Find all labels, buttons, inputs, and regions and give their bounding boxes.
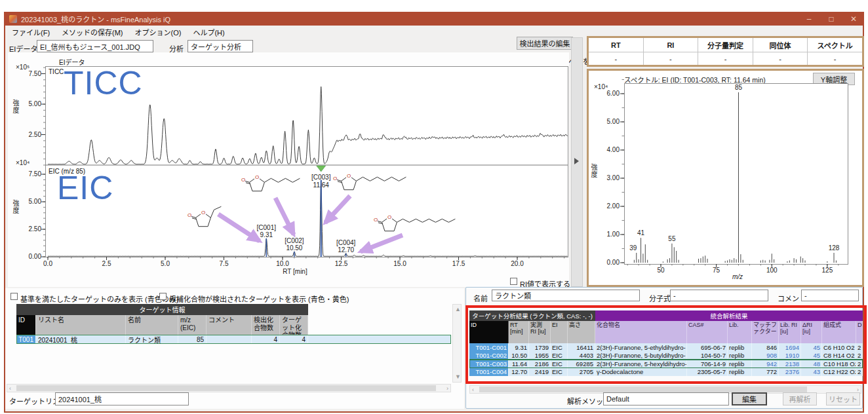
summary-header-0: RT [589,38,644,52]
splitter-collapse-icon[interactable] [574,158,579,164]
close-button[interactable]: ✕ [848,14,859,24]
results-row-T001-C003[interactable]: T001-C00311.642186EIC692852(3H)-Furanone… [469,360,863,368]
analysis-method-input[interactable]: Default [603,392,729,405]
formula-input[interactable]: - [670,290,768,301]
maximize-button[interactable]: □ [826,14,837,24]
menu-item-2[interactable]: オプション(O) [135,27,182,37]
target-info-col-1: リスト名 [36,315,126,335]
target-list-input[interactable]: 20241001_桃 [55,392,189,405]
results-cell: replib [728,368,752,377]
results-cell: 2186 [529,360,551,368]
results-cell: T001-C004 [469,368,509,377]
edit-detection-results-button[interactable]: 検出結果の編集 [517,37,573,50]
results-cell: 1694 [779,343,801,352]
target-info-hscrollbar[interactable]: ‹ › [7,384,451,392]
results-col-4: 高さ [568,321,595,343]
compound-name-input[interactable]: ラクトン類 [492,290,640,301]
results-cell: C8 H14 O2 [822,352,856,360]
results-cell: EIC [551,360,568,368]
x-tick-label: 17.5 [449,260,469,267]
summary-header-row: RTRI分子量判定同位体スペクトル [589,38,862,52]
results-cell: 706-14-9 [687,360,728,368]
reanalyze-button[interactable]: 再解析 [783,392,817,405]
x-tick-label: 10.0 [273,260,292,267]
summary-value-2: - [698,52,753,65]
edit-method-button[interactable]: 編集 [732,392,767,405]
results-col-11: 組成式 [822,321,856,343]
results-row-T001-C004[interactable]: T001-C00412.702419EIC2705γ-Dodecalactone… [469,368,863,377]
filter-candidates-label: 候補化合物が検出されたターゲットを表示 (青色・黄色) [169,293,349,304]
spectrum-x-tick-label: 100 [762,267,781,274]
summary-header-3: 同位体 [753,38,808,52]
target-info-cell-1: 20241001_桃 [36,335,126,344]
show-ri-checkbox[interactable] [510,278,517,285]
menu-item-0[interactable]: ファイル(F) [12,27,50,37]
reset-button[interactable]: リセット [826,392,860,405]
results-row-T001-C002[interactable]: T001-C00210.501955EIC44032(3H)-Furanone,… [469,352,863,360]
menu-item-3[interactable]: ヘルプ(H) [193,27,224,37]
y-tick-label: 7.50 [20,70,41,77]
comment-input[interactable]: - [801,290,859,301]
results-cell: 908 [752,352,779,360]
results-cell: 9.31 [509,343,529,352]
results-cell: EIC [551,368,568,377]
analysis-input[interactable]: ターゲット分析 [187,40,253,52]
results-cell: 942 [752,360,779,368]
filter-blue-only-checkbox[interactable] [10,293,18,300]
results-cell: replib [728,343,752,352]
results-col-7: Lib. [728,321,752,343]
scroll-down-icon[interactable]: ▼ [455,374,461,380]
mz-axis-label: m/z [715,273,760,280]
ticc-trace-label: TICC [49,68,64,75]
scroll-right-icon[interactable]: › [446,386,448,392]
minimize-button[interactable]: – [804,14,814,24]
formula-label: 分子式 [649,293,671,303]
results-cell: 1955 [529,352,551,360]
ticc-y-axis-label: 強度 [10,100,20,114]
spectrum-plot-box[interactable] [624,83,848,265]
scroll-up-icon[interactable]: ▲ [455,307,461,312]
summary-value-3: - [753,52,808,65]
results-cell: 104-50-7 [687,352,728,360]
spectrum-y-tick-label: 6.00 [595,90,620,97]
target-info-col-5: 検出化合物数 [252,315,280,335]
target-info-filler [308,335,451,344]
results-cell: 69285 [568,360,595,368]
results-cell: 43 [801,368,822,377]
app-icon [9,15,17,23]
scrollbar-thumb[interactable] [479,386,807,392]
target-info-header-row: IDリスト名名前m/z (EIC)コメント検出化合物数ターゲット化合物数 [16,315,308,335]
target-info-col-0: ID [16,315,36,335]
y-tick-label: 5.00 [20,100,41,107]
ei-data-input[interactable]: EI_信州ももジュース_001.JDQ [37,40,153,52]
target-info-row[interactable]: T00120241001_桃ラクトン類8544 [16,335,451,344]
results-cell: replib [728,352,752,360]
x-tick-label: 7.5 [214,260,234,267]
results-col-12: DBE [856,321,863,343]
detection-summary-table: RTRI分子量判定同位体スペクトル----- [587,36,864,67]
results-cell: 2376 [779,368,801,377]
target-info-vscrollbar[interactable]: ▲ ▼ [452,304,462,383]
results-row-T001-C001[interactable]: T001-C0019.311739EIC164112(3H)-Furanone,… [469,343,863,352]
results-cell: 2(3H)-Furanone, 5-hexyldihydro- [595,360,687,368]
scroll-left-icon[interactable]: ‹ [472,387,474,393]
target-info-cell-5: 4 [252,335,280,344]
filter-candidates-checkbox[interactable] [159,293,167,300]
results-col-8: マッチファクター [752,321,779,343]
summary-value-0: - [589,52,644,65]
spectrum-y-tick-label: 2.00 [595,202,620,210]
target-info-col-6: ターゲット化合物数 [280,315,308,335]
results-group-target: ターゲット分析結果 (ラクトン類, CAS: -, -) [469,310,595,321]
scrollbar-thumb[interactable] [16,385,436,391]
results-cell: 2(3H)-Furanone, 5-ethyldihydro- [595,343,687,352]
menu-item-1[interactable]: メソッドの保存(M) [62,27,123,37]
results-col-9: Lib. RI [iu] [779,321,801,343]
results-col-2: 実測 RI [iu] [529,321,551,343]
eic-y-axis-label: 強度 [10,200,20,214]
panel-splitter[interactable] [571,37,583,287]
scroll-left-icon[interactable]: ‹ [9,386,11,392]
results-cell: 1739 [529,343,551,352]
results-cell: 2 [856,352,863,360]
results-cell: 772 [752,368,779,377]
results-cell: 2 [856,360,863,368]
